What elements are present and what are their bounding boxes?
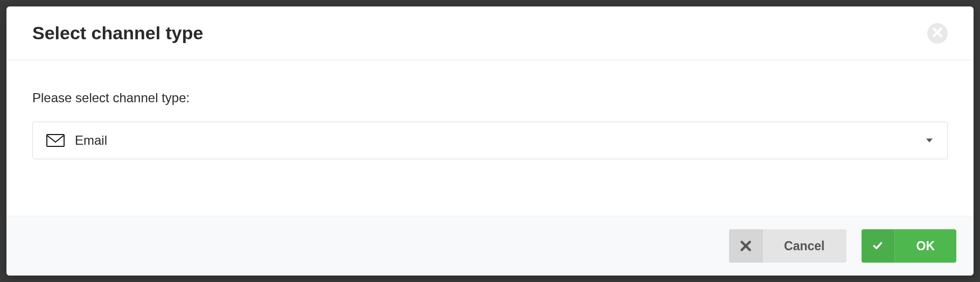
select-channel-type-modal: Select channel type Please select channe…: [6, 6, 974, 276]
modal-footer: Cancel OK: [6, 216, 974, 276]
close-icon: [933, 27, 942, 39]
envelope-icon: [46, 133, 65, 148]
select-field[interactable]: Email: [32, 122, 948, 159]
channel-type-select[interactable]: Email: [32, 122, 948, 159]
x-icon: [729, 229, 762, 263]
select-value: Email: [75, 133, 107, 148]
check-icon: [862, 229, 895, 263]
chevron-down-icon: [926, 139, 933, 143]
modal-body: Please select channel type: Email: [6, 60, 974, 216]
close-button[interactable]: [927, 23, 948, 44]
cancel-button-label: Cancel: [762, 239, 846, 253]
modal-header: Select channel type: [6, 6, 974, 60]
cancel-button[interactable]: Cancel: [729, 229, 846, 263]
ok-button[interactable]: OK: [862, 229, 957, 263]
svg-rect-0: [47, 135, 64, 146]
modal-title: Select channel type: [32, 23, 203, 44]
prompt-label: Please select channel type:: [32, 90, 948, 105]
ok-button-label: OK: [895, 239, 957, 253]
